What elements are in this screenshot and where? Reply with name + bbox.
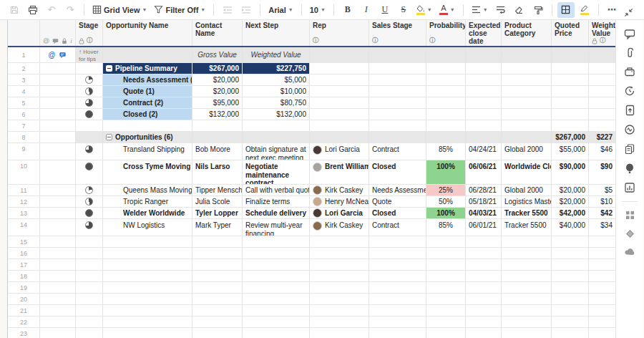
cell[interactable] xyxy=(76,328,103,338)
cell[interactable] xyxy=(552,47,589,63)
row-number[interactable]: 12 xyxy=(8,196,40,208)
cell[interactable] xyxy=(466,74,502,86)
align-button[interactable]: ▼ xyxy=(469,2,491,18)
row-indicators[interactable] xyxy=(40,132,76,143)
cell[interactable] xyxy=(103,294,192,305)
cell[interactable] xyxy=(466,109,502,120)
column-header-rep[interactable]: Repⓘ xyxy=(310,20,369,46)
probability-cell[interactable]: 85% xyxy=(426,219,466,236)
opportunities-parent-cell[interactable]: Opportunities (6) xyxy=(103,132,192,143)
cell[interactable] xyxy=(40,248,76,259)
row-indicators[interactable] xyxy=(40,143,76,160)
cell[interactable] xyxy=(192,248,243,259)
stage-cell[interactable] xyxy=(76,132,103,143)
cell[interactable] xyxy=(310,294,369,305)
cell[interactable] xyxy=(103,328,192,338)
cell[interactable] xyxy=(552,236,589,248)
cell[interactable] xyxy=(103,236,192,248)
cell[interactable] xyxy=(502,294,552,305)
more-options-button[interactable]: ⋯ xyxy=(604,2,621,18)
print-button[interactable] xyxy=(24,2,42,18)
cell[interactable] xyxy=(103,259,192,271)
cell[interactable] xyxy=(589,97,616,109)
cell[interactable] xyxy=(502,236,552,248)
gross-value-cell[interactable]: $132,000 xyxy=(192,109,243,120)
cell[interactable] xyxy=(76,120,103,132)
cell[interactable] xyxy=(589,294,616,305)
cell[interactable] xyxy=(103,47,192,63)
stage-cell[interactable] xyxy=(76,185,103,196)
row-number[interactable]: 2 xyxy=(8,63,40,74)
stage-cell[interactable] xyxy=(76,196,103,208)
summary-stage-name[interactable]: Needs Assessment (1) xyxy=(103,74,192,86)
cell[interactable] xyxy=(552,86,589,97)
cell[interactable] xyxy=(76,305,103,317)
cell[interactable] xyxy=(552,63,589,74)
column-header-quoted-price[interactable]: Quoted Price xyxy=(552,20,589,46)
cell[interactable] xyxy=(192,282,243,294)
integrations-button[interactable] xyxy=(624,247,635,256)
stage-cell[interactable] xyxy=(76,160,103,185)
cell[interactable] xyxy=(310,47,369,63)
cell[interactable] xyxy=(426,120,466,132)
cell[interactable] xyxy=(40,317,76,328)
sales-stage-cell[interactable]: Closed xyxy=(369,160,426,185)
save-button[interactable] xyxy=(6,2,23,18)
cell[interactable] xyxy=(589,86,616,97)
gross-value-cell[interactable]: $20,000 xyxy=(192,74,243,86)
cell[interactable] xyxy=(243,282,310,294)
weighted-total-cell[interactable]: $227 xyxy=(589,132,616,143)
stage-cell[interactable] xyxy=(76,109,103,120)
rep-cell[interactable]: Kirk Caskey xyxy=(310,219,369,236)
cell[interactable] xyxy=(310,248,369,259)
cell[interactable] xyxy=(552,109,589,120)
cell[interactable] xyxy=(369,132,426,143)
cell[interactable] xyxy=(502,248,552,259)
close-date-cell[interactable]: 05/18/21 xyxy=(466,196,502,208)
cell[interactable] xyxy=(369,47,426,63)
cell[interactable] xyxy=(243,236,310,248)
cell[interactable] xyxy=(310,97,369,109)
row-number[interactable]: 1 xyxy=(8,47,40,63)
column-header-next-step[interactable]: Next Step xyxy=(243,20,310,46)
cell[interactable] xyxy=(76,259,103,271)
weighted-value-cell[interactable]: $80,750 xyxy=(243,97,310,109)
gross-total-cell[interactable]: $267,000 xyxy=(192,63,243,74)
cell[interactable] xyxy=(466,259,502,271)
row-indicators[interactable] xyxy=(40,196,76,208)
column-header-contact-name[interactable]: Contact Name xyxy=(192,20,243,46)
cell[interactable] xyxy=(76,294,103,305)
cell[interactable] xyxy=(426,282,466,294)
cell[interactable] xyxy=(426,86,466,97)
opportunity-name-cell[interactable]: NW Logistics xyxy=(103,219,192,236)
update-requests-panel-button[interactable] xyxy=(624,85,635,97)
quoted-price-cell[interactable]: $40,000 xyxy=(552,219,589,236)
font-size-selector[interactable]: 10 ▼ xyxy=(307,2,328,18)
cell[interactable] xyxy=(192,259,243,271)
cell[interactable] xyxy=(552,271,589,282)
cell[interactable] xyxy=(192,305,243,317)
sheet-summary-panel-button[interactable] xyxy=(624,143,635,155)
cell[interactable] xyxy=(369,282,426,294)
cell[interactable] xyxy=(243,328,310,338)
cell[interactable] xyxy=(426,271,466,282)
cell[interactable] xyxy=(192,236,243,248)
attachments-panel-button[interactable] xyxy=(625,47,635,59)
cell[interactable] xyxy=(552,248,589,259)
cell[interactable] xyxy=(369,109,426,120)
row-number[interactable]: 5 xyxy=(8,97,40,109)
apps-panel-button[interactable] xyxy=(625,210,635,221)
cell[interactable] xyxy=(243,248,310,259)
rep-cell[interactable]: Henry McNeal xyxy=(310,196,369,208)
cell[interactable] xyxy=(502,282,552,294)
cell[interactable] xyxy=(552,259,589,271)
cell[interactable] xyxy=(552,328,589,338)
cell[interactable] xyxy=(589,47,616,63)
row-number[interactable]: 3 xyxy=(8,74,40,86)
fill-color-button[interactable]: ▼ xyxy=(414,2,435,18)
opportunity-name-cell[interactable]: Queens Mass Moving xyxy=(103,185,192,196)
cell[interactable] xyxy=(192,317,243,328)
row-number[interactable]: 7 xyxy=(8,120,40,132)
cell[interactable] xyxy=(466,271,502,282)
outdent-button[interactable] xyxy=(219,2,236,18)
